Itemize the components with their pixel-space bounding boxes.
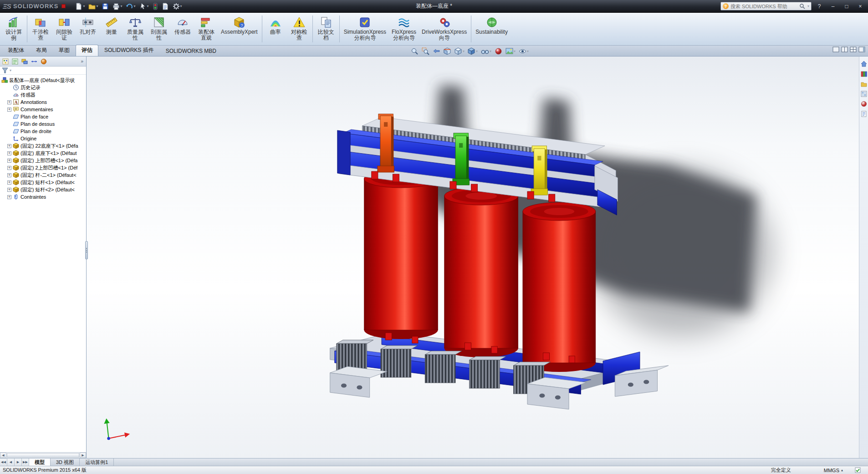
- unit-system-button[interactable]: MMGS ▴: [824, 468, 843, 473]
- search-caret-icon[interactable]: ▾: [807, 4, 809, 8]
- scroll-right-icon[interactable]: ▶: [80, 453, 86, 458]
- undo-button[interactable]: ▾: [124, 1, 137, 11]
- driveworksxpress-button[interactable]: DriveWorksXpress 向导: [419, 14, 470, 44]
- design-library-tab[interactable]: [860, 70, 868, 77]
- tree-item-part[interactable]: (固定) 底座下<1> (Défaut: [0, 149, 86, 157]
- hole-alignment-button[interactable]: 孔对齐: [76, 14, 100, 44]
- file-properties-button[interactable]: [160, 1, 170, 11]
- expand-icon[interactable]: [7, 180, 11, 185]
- configurationmanager-tab[interactable]: [20, 57, 29, 66]
- taskpane-toggle-icon[interactable]: [858, 46, 865, 52]
- expand-icon[interactable]: [7, 100, 11, 104]
- options-button[interactable]: ▾: [171, 1, 184, 11]
- tree-item-part[interactable]: (固定) 杆-二<1> (Défaut<: [0, 171, 86, 179]
- open-button[interactable]: ▾: [87, 1, 99, 11]
- tree-item-mates[interactable]: Contraintes: [0, 193, 86, 201]
- viewport-single-icon[interactable]: [832, 46, 839, 52]
- zoom-to-fit-button[interactable]: [410, 46, 419, 56]
- tab-motion-study[interactable]: 运动算例1: [80, 459, 114, 466]
- hide-show-items-button[interactable]: ▾: [480, 46, 492, 56]
- view-palette-tab[interactable]: [860, 90, 868, 98]
- viewport-two-icon[interactable]: [841, 46, 848, 52]
- minimize-button[interactable]: –: [827, 2, 839, 11]
- previous-view-button[interactable]: [432, 46, 441, 56]
- tab-assembly[interactable]: 装配体: [2, 45, 30, 56]
- tree-item-history[interactable]: 历史记录: [0, 84, 86, 91]
- expand-icon[interactable]: [7, 108, 11, 112]
- tree-item-part[interactable]: (固定) 上部凹槽<1> (Défa: [0, 157, 86, 164]
- help-button[interactable]: ?: [813, 2, 825, 11]
- expand-icon[interactable]: [7, 195, 11, 199]
- tree-item-comments[interactable]: Commentaires: [0, 106, 86, 113]
- clearance-verification-button[interactable]: 间隙验 证: [52, 14, 76, 44]
- featuremanager-tab[interactable]: [1, 57, 10, 66]
- filter-caret-icon[interactable]: ▾: [10, 68, 11, 72]
- tree-item-annotations[interactable]: A Annotations: [0, 98, 86, 106]
- scrollbar-thumb[interactable]: [7, 453, 79, 458]
- assembly-visualization-button[interactable]: 装配体 直观: [194, 14, 218, 44]
- expand-icon[interactable]: [7, 144, 11, 148]
- select-button[interactable]: ▾: [138, 1, 150, 11]
- tab-solidworks-mbd[interactable]: SOLIDWORKS MBD: [160, 46, 222, 56]
- tab-scroll-first-icon[interactable]: ◀◀: [0, 459, 7, 466]
- edit-appearance-button[interactable]: [494, 46, 503, 56]
- file-explorer-tab[interactable]: [860, 80, 868, 88]
- symmetry-check-button[interactable]: 对称检 查: [287, 14, 311, 44]
- assemblyxpert-button[interactable]: ? AssemblyXpert: [218, 14, 260, 44]
- rebuild-button[interactable]: [151, 1, 159, 11]
- tree-item-part[interactable]: (固定) 短杆<1> (Défaut<: [0, 179, 86, 186]
- interference-check-button[interactable]: 干涉检 查: [29, 14, 52, 44]
- tab-3d-views[interactable]: 3D 视图: [51, 459, 80, 466]
- zoom-to-area-button[interactable]: [421, 46, 430, 56]
- compare-documents-button[interactable]: 比较文 档: [314, 14, 338, 44]
- tree-item-part[interactable]: (固定) 22底座下<1> (Défa: [0, 142, 86, 149]
- search-input[interactable]: [730, 4, 797, 9]
- expand-icon[interactable]: [7, 151, 11, 155]
- measure-button[interactable]: 测量: [100, 14, 123, 44]
- status-badge-icon[interactable]: [855, 467, 861, 473]
- displaymanager-tab[interactable]: [40, 57, 48, 66]
- tree-item-plane-right[interactable]: Plan de droite: [0, 128, 86, 135]
- tree-item-part[interactable]: (固定) 短杆<2> (Défaut<: [0, 186, 86, 193]
- tree-item-plane-front[interactable]: Plan de face: [0, 113, 86, 120]
- expand-icon[interactable]: [7, 188, 11, 192]
- design-study-button[interactable]: 设计算 例: [2, 14, 26, 44]
- maximize-button[interactable]: □: [841, 2, 853, 11]
- tab-scroll-right-icon[interactable]: ▶: [15, 459, 22, 466]
- new-button[interactable]: ▾: [74, 1, 86, 11]
- propertymanager-tab[interactable]: [11, 57, 19, 66]
- panel-overflow-chevron[interactable]: »: [79, 59, 85, 64]
- tree-horizontal-scrollbar[interactable]: ◀ ▶: [0, 452, 86, 458]
- tab-scroll-left-icon[interactable]: ◀: [7, 459, 15, 466]
- tab-sketch[interactable]: 草图: [53, 45, 76, 56]
- apply-scene-button[interactable]: ▾: [505, 46, 516, 56]
- view-orientation-button[interactable]: ▾: [454, 46, 465, 56]
- tree-item-origin[interactable]: Origine: [0, 135, 86, 142]
- tree-item-plane-top[interactable]: Plan de dessus: [0, 120, 86, 128]
- tab-scroll-last-icon[interactable]: ▶▶: [22, 459, 29, 466]
- expand-icon[interactable]: [7, 166, 11, 170]
- simulationxpress-button[interactable]: SimulationXpress 分析向导: [341, 14, 389, 44]
- expand-icon[interactable]: [7, 173, 11, 177]
- panel-splitter[interactable]: [85, 241, 88, 259]
- tree-item-sensors[interactable]: 传感器: [0, 91, 86, 98]
- floxpress-button[interactable]: FloXpress 分析向导: [389, 14, 419, 44]
- tab-layout[interactable]: 布局: [30, 45, 53, 56]
- sustainability-button[interactable]: Sustainability: [473, 14, 511, 44]
- view-settings-button[interactable]: ▾: [518, 46, 530, 56]
- solidworks-resources-tab[interactable]: [860, 60, 868, 67]
- filter-funnel-icon[interactable]: [2, 67, 8, 73]
- mass-properties-button[interactable]: 质量属 性: [123, 14, 147, 44]
- section-properties-button[interactable]: 剖面属 性: [147, 14, 171, 44]
- dimxpertmanager-tab[interactable]: [30, 57, 38, 66]
- sensor-button[interactable]: 传感器: [171, 14, 194, 44]
- custom-properties-tab[interactable]: [860, 110, 868, 118]
- tree-item-part[interactable]: (固定) 2上部凹槽<1> (Déf: [0, 164, 86, 171]
- print-button[interactable]: ▾: [111, 1, 123, 11]
- appearances-tab[interactable]: [860, 100, 868, 108]
- search-icon[interactable]: [799, 3, 805, 9]
- curvature-button[interactable]: 曲率: [264, 14, 287, 44]
- tab-solidworks-addins[interactable]: SOLIDWORKS 插件: [98, 45, 160, 56]
- tab-evaluate[interactable]: 评估: [76, 45, 98, 56]
- section-view-button[interactable]: [443, 46, 452, 56]
